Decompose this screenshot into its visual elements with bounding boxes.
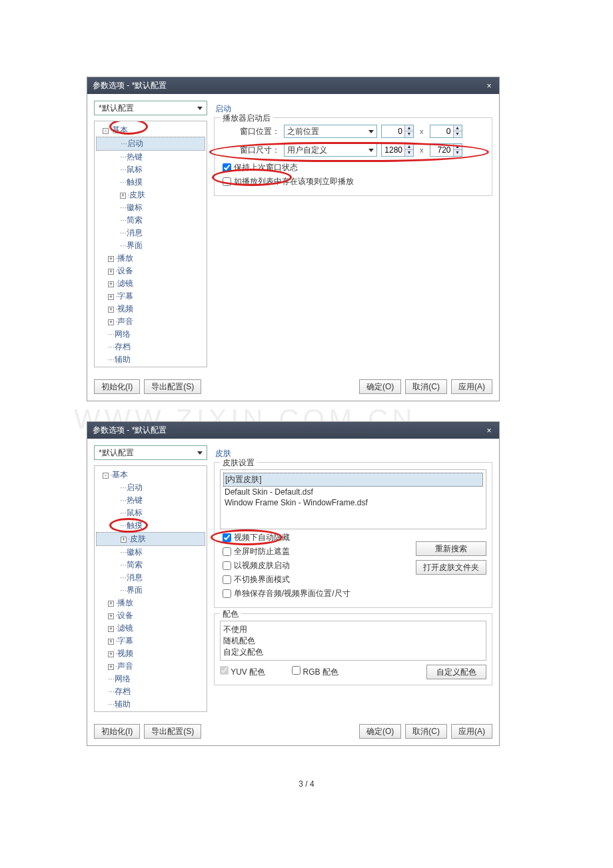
tree-start[interactable]: ···启动 (96, 481, 205, 494)
expand-icon[interactable]: + (108, 319, 114, 325)
size-h-input[interactable] (430, 145, 453, 155)
tree-basic[interactable]: 基本 (112, 470, 128, 479)
skin-item-builtin[interactable]: [内置皮肤] (223, 473, 483, 487)
tree-network[interactable]: ···网络 (96, 673, 205, 685)
open-skin-folder-button[interactable]: 打开皮肤文件夹 (416, 560, 486, 575)
research-button[interactable]: 重新搜索 (416, 541, 486, 556)
color-listbox[interactable]: 不使用 随机配色 自定义配色 (220, 621, 486, 661)
tree-audio[interactable]: +·声音 (96, 660, 205, 673)
tree-start[interactable]: ···启动 (96, 137, 205, 151)
tree-network[interactable]: ···网络 (96, 328, 205, 341)
expand-icon[interactable]: + (108, 269, 114, 275)
expand-icon[interactable]: + (120, 193, 126, 199)
yuv-checkbox[interactable] (220, 666, 229, 675)
tree-assoc[interactable]: ···关联 (96, 711, 205, 712)
tree-logo[interactable]: ···徽标 (96, 201, 205, 214)
apply-button[interactable]: 应用(A) (451, 379, 492, 394)
nav-tree[interactable]: -·基本 ···启动 ···热键 ···鼠标 ···触摸 +·皮肤 ···徽标 … (94, 465, 207, 712)
skin-item-default[interactable]: Default Skin - Default.dsf (223, 487, 483, 497)
profile-combo[interactable]: *默认配置 (94, 101, 207, 115)
size-select[interactable]: 用户自定义 (284, 143, 377, 157)
tree-audio[interactable]: +·声音 (96, 315, 205, 328)
tree-filter[interactable]: +·滤镜 (96, 277, 205, 290)
rgb-checkbox-wrap[interactable]: RGB 配色 (292, 666, 338, 678)
playlist-item-checkbox[interactable] (223, 177, 231, 186)
up-icon[interactable]: ▲ (454, 125, 462, 131)
tree-subtitle[interactable]: +·字幕 (96, 635, 205, 647)
fullscreen-cover-checkbox[interactable] (223, 547, 231, 556)
down-icon[interactable]: ▼ (405, 150, 413, 156)
tree-play[interactable]: +·播放 (96, 597, 205, 609)
tree-message[interactable]: ···消息 (96, 227, 205, 239)
tree-assist[interactable]: ···辅助 (96, 698, 205, 711)
tree-interface[interactable]: ···界面 (96, 239, 205, 252)
start-skin-checkbox[interactable] (223, 561, 231, 570)
size-w-input[interactable] (382, 145, 404, 155)
tree-assoc[interactable]: ···关联 (96, 366, 205, 367)
pos-y-spinner[interactable]: ▲▼ (430, 125, 462, 138)
expand-icon[interactable]: + (108, 626, 114, 632)
tree-interface[interactable]: ···界面 (96, 584, 205, 597)
color-custom[interactable]: 自定义配色 (223, 647, 483, 658)
init-button[interactable]: 初始化(I) (94, 379, 140, 394)
expand-icon[interactable]: + (108, 651, 114, 657)
init-button[interactable]: 初始化(I) (94, 724, 140, 739)
down-icon[interactable]: ▼ (454, 150, 462, 156)
tree-play[interactable]: +·播放 (96, 252, 205, 265)
up-icon[interactable]: ▲ (405, 125, 413, 131)
up-icon[interactable]: ▲ (405, 144, 413, 150)
skin-item-windowframe[interactable]: Window Frame Skin - WindowFrame.dsf (223, 497, 483, 508)
collapse-icon[interactable]: - (103, 128, 109, 134)
ok-button[interactable]: 确定(O) (359, 724, 401, 739)
collapse-icon[interactable]: - (103, 473, 109, 479)
pos-x-spinner[interactable]: ▲▼ (381, 125, 414, 138)
close-icon[interactable]: × (484, 81, 494, 91)
expand-icon[interactable]: + (108, 307, 114, 313)
tree-assist[interactable]: ···辅助 (96, 353, 205, 366)
custom-color-button[interactable]: 自定义配色 (426, 665, 486, 679)
tree-archive[interactable]: ···存档 (96, 685, 205, 698)
export-button[interactable]: 导出配置(S) (144, 379, 201, 394)
cancel-button[interactable]: 取消(C) (405, 724, 447, 739)
expand-icon[interactable]: + (121, 537, 127, 543)
tree-search[interactable]: ···简索 (96, 214, 205, 227)
expand-icon[interactable]: + (108, 664, 114, 670)
tree-filter[interactable]: +·滤镜 (96, 622, 205, 635)
pos-x-input[interactable] (382, 127, 404, 136)
expand-icon[interactable]: + (108, 639, 114, 645)
color-random[interactable]: 随机配色 (223, 635, 483, 647)
profile-combo[interactable]: *默认配置 (94, 445, 207, 460)
tree-archive[interactable]: ···存档 (96, 341, 205, 353)
nav-tree[interactable]: -·基本 ···启动 ···热键 ···鼠标 ···触摸 +·皮肤 ···徽标 … (94, 121, 207, 367)
expand-icon[interactable]: + (108, 256, 114, 262)
close-icon[interactable]: × (484, 426, 494, 435)
expand-icon[interactable]: + (108, 613, 114, 619)
expand-icon[interactable]: + (108, 601, 114, 607)
tree-skin[interactable]: +·皮肤 (96, 189, 205, 201)
tree-video[interactable]: +·视频 (96, 303, 205, 315)
tree-device[interactable]: +·设备 (96, 609, 205, 622)
tree-hotkey[interactable]: ···热键 (96, 494, 205, 507)
size-w-spinner[interactable]: ▲▼ (381, 143, 414, 157)
tree-search[interactable]: ···简索 (96, 559, 205, 571)
tree-touch[interactable]: ···触摸 (96, 519, 205, 532)
skin-listbox[interactable]: [内置皮肤] Default Skin - Default.dsf Window… (220, 469, 486, 529)
rgb-checkbox[interactable] (292, 666, 301, 675)
expand-icon[interactable]: + (108, 281, 114, 287)
cancel-button[interactable]: 取消(C) (405, 379, 447, 394)
tree-mouse[interactable]: ···鼠标 (96, 163, 205, 176)
no-switch-checkbox[interactable] (223, 575, 231, 584)
position-select[interactable]: 之前位置 (284, 125, 377, 138)
yuv-checkbox-wrap[interactable]: YUV 配色 (220, 666, 265, 678)
tree-touch[interactable]: ···触摸 (96, 176, 205, 189)
export-button[interactable]: 导出配置(S) (144, 724, 201, 739)
tree-logo[interactable]: ···徽标 (96, 546, 205, 559)
size-h-spinner[interactable]: ▲▼ (430, 143, 462, 157)
auto-hide-checkbox[interactable] (223, 533, 231, 542)
tree-skin[interactable]: +·皮肤 (96, 532, 205, 546)
pos-y-input[interactable] (430, 127, 453, 136)
down-icon[interactable]: ▼ (454, 131, 462, 137)
apply-button[interactable]: 应用(A) (451, 724, 492, 739)
tree-video[interactable]: +·视频 (96, 647, 205, 660)
tree-basic[interactable]: 基本 (112, 125, 128, 135)
